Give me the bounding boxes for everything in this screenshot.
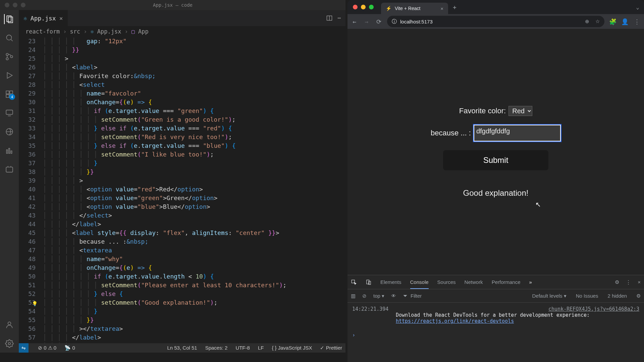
remote-indicator[interactable]: ⇋ xyxy=(19,343,29,353)
code-editor[interactable]: 2324252627282930313233343536373839404142… xyxy=(19,37,345,343)
console-output[interactable]: 14:22:21.394 chunk-REFQX4J5.js?v=661468a… xyxy=(347,303,644,362)
svg-point-20 xyxy=(8,343,11,345)
extensions-icon[interactable]: 🧩 xyxy=(609,18,616,25)
status-eol[interactable]: LF xyxy=(258,345,264,351)
profile-icon[interactable]: 👤 xyxy=(621,18,629,25)
status-prettier[interactable]: ✓ Prettier xyxy=(320,345,342,351)
browser-tab-title: Vite + React xyxy=(395,6,420,11)
status-ports[interactable]: 📡 0 xyxy=(64,345,75,351)
log-link[interactable]: https://reactjs.org/link/react-devtools xyxy=(396,318,514,324)
console-filter[interactable]: ⏷ Filter xyxy=(403,293,422,299)
devtools-settings-icon[interactable]: ⚙ xyxy=(615,279,619,285)
reload-icon[interactable]: ⟳ xyxy=(375,18,382,25)
breadcrumb-item[interactable]: App.jsx xyxy=(97,28,121,35)
devtools-tab-sources[interactable]: Sources xyxy=(437,279,456,285)
bookmark-icon[interactable]: ☆ xyxy=(595,18,600,24)
back-icon[interactable]: ← xyxy=(351,18,358,25)
status-errors[interactable]: ⊘ 0 ⚠ 0 xyxy=(38,345,56,351)
window-title: App.jsx — code xyxy=(153,2,193,8)
extensions-icon[interactable]: 4 xyxy=(4,89,14,99)
inspect-icon[interactable] xyxy=(351,279,357,285)
svg-rect-11 xyxy=(10,91,13,94)
mac-close-icon[interactable] xyxy=(353,5,358,9)
svg-rect-9 xyxy=(6,95,9,98)
react-file-icon: ⚛ xyxy=(23,15,27,22)
hidden-count[interactable]: 2 hidden xyxy=(607,293,627,299)
console-sidebar-icon[interactable]: ▥ xyxy=(351,293,356,299)
because-label: because ... : xyxy=(431,129,471,137)
status-lang[interactable]: { } JavaScript JSX xyxy=(272,345,312,351)
search-icon[interactable] xyxy=(4,33,14,43)
svg-point-5 xyxy=(6,58,8,60)
submit-button[interactable]: Submit xyxy=(443,150,549,170)
filter-icon: ⏷ xyxy=(403,293,408,299)
breadcrumb[interactable]: react-form› src› ⚛App.jsx› ▢App xyxy=(19,26,345,37)
site-info-icon[interactable]: ⓘ xyxy=(392,18,397,25)
testing-icon[interactable] xyxy=(4,145,14,156)
more-actions-icon[interactable]: ⋯ xyxy=(337,15,341,21)
favcolor-label: Favorite color: xyxy=(459,107,506,115)
vite-icon: ⚡ xyxy=(386,6,391,11)
comment-text: Good explanation! xyxy=(463,188,529,198)
editor-tabs: ⚛ App.jsx × ⋯ xyxy=(19,10,345,26)
tab-close-icon[interactable]: × xyxy=(59,15,63,22)
url-bar[interactable]: ⓘ localhost:5173 ⊕ ☆ xyxy=(387,16,604,27)
log-levels[interactable]: Default levels ▾ xyxy=(532,293,567,299)
status-cursor[interactable]: Ln 53, Col 51 xyxy=(167,345,197,351)
url-text: localhost:5173 xyxy=(400,19,433,24)
mac-zoom-icon[interactable] xyxy=(369,5,374,9)
devtools-menu-icon[interactable]: ⋮ xyxy=(626,279,631,285)
forward-icon: → xyxy=(363,18,370,25)
why-textarea[interactable]: dfgdfgfddfg xyxy=(474,125,561,141)
more-tabs-icon[interactable]: » xyxy=(529,279,532,285)
split-editor-icon[interactable] xyxy=(326,15,333,21)
mac-zoom-icon[interactable] xyxy=(21,3,25,7)
devtools-tab-performance[interactable]: Performance xyxy=(492,279,521,285)
console-prompt[interactable]: › xyxy=(352,332,639,338)
mac-minimize-icon[interactable] xyxy=(361,5,366,9)
tab-overflow-icon[interactable]: ⌄ xyxy=(636,4,644,10)
svg-rect-12 xyxy=(6,110,13,114)
mac-close-icon[interactable] xyxy=(5,3,9,7)
svg-rect-17 xyxy=(11,151,12,154)
copilot-icon[interactable] xyxy=(4,164,14,174)
mouse-cursor-icon: ↖ xyxy=(535,200,541,208)
log-timestamp: 14:22:21.394 xyxy=(352,306,388,312)
zoom-icon[interactable]: ⊕ xyxy=(585,18,589,24)
liveshare-icon[interactable] xyxy=(4,127,14,137)
breadcrumb-item[interactable]: App xyxy=(138,28,149,35)
console-settings-icon[interactable]: ⚙ xyxy=(636,293,641,299)
source-control-icon[interactable] xyxy=(4,52,14,62)
debug-icon[interactable] xyxy=(4,70,14,80)
new-tab-icon[interactable]: + xyxy=(453,4,457,11)
issues-link[interactable]: No Issues xyxy=(576,293,598,299)
breadcrumb-item[interactable]: src xyxy=(70,28,80,35)
browser-tab[interactable]: ⚡ Vite + React × xyxy=(381,3,448,14)
tab-close-icon[interactable]: × xyxy=(440,6,443,11)
tab-app-jsx[interactable]: ⚛ App.jsx × xyxy=(19,10,68,26)
favcolor-select[interactable]: Red xyxy=(508,106,532,116)
remote-icon[interactable] xyxy=(4,108,14,118)
devtools-tab-network[interactable]: Network xyxy=(465,279,483,285)
browser-window: ⚡ Vite + React × + ⌄ ← → ⟳ ⓘ localhost:5… xyxy=(347,0,644,362)
settings-gear-icon[interactable] xyxy=(4,339,14,349)
menu-icon[interactable]: ⋮ xyxy=(633,18,641,25)
context-selector[interactable]: top ▾ xyxy=(373,293,384,299)
status-encoding[interactable]: UTF-8 xyxy=(235,345,250,351)
account-icon[interactable] xyxy=(4,320,14,330)
device-toggle-icon[interactable] xyxy=(366,279,372,285)
explorer-icon[interactable] xyxy=(4,14,14,24)
live-expression-icon[interactable]: 👁 xyxy=(391,293,396,299)
breadcrumb-item[interactable]: react-form xyxy=(25,28,60,35)
devtools-tab-elements[interactable]: Elements xyxy=(380,279,401,285)
mac-minimize-icon[interactable] xyxy=(13,3,17,7)
svg-point-2 xyxy=(6,35,11,40)
devtools-tab-console[interactable]: Console xyxy=(410,279,429,289)
svg-point-6 xyxy=(10,56,13,58)
log-message: Download the React DevTools for a better… xyxy=(352,312,639,324)
log-source[interactable]: chunk-REFQX4J5.js?v=661468a2:3 xyxy=(548,306,639,312)
status-spaces[interactable]: Spaces: 2 xyxy=(205,345,228,351)
devtools-close-icon[interactable]: × xyxy=(638,279,641,285)
svg-point-4 xyxy=(6,53,8,56)
clear-console-icon[interactable]: ⊘ xyxy=(362,293,367,299)
